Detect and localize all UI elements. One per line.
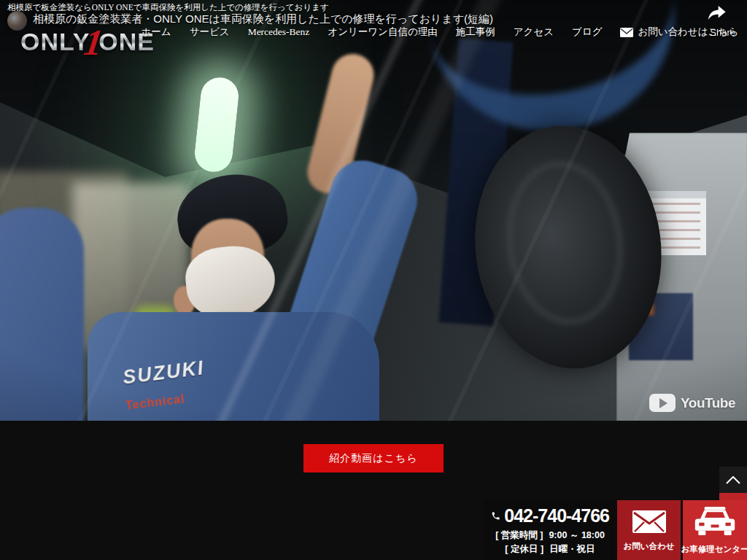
youtube-wordmark: YouTube (681, 395, 735, 411)
phone-number: 042-740-4766 (504, 505, 609, 526)
nav-item-access[interactable]: アクセス (514, 26, 554, 39)
car-icon (694, 507, 736, 536)
intro-video-button[interactable]: 紹介動画はこちら (303, 444, 444, 472)
youtube-play-icon (649, 394, 676, 412)
floating-contact-bar: 042-740-4766 [ 営業時間 ] 9:00 ～ 18:00 [ 定休日… (484, 500, 747, 560)
closed-value: 日曜・祝日 (549, 543, 595, 556)
nav-item-blog[interactable]: ブログ (572, 26, 602, 39)
hours-value: 9:00 ～ 18:00 (549, 529, 604, 542)
page: { "colors": { "accent_red": "#d60b0b", "… (0, 0, 747, 560)
envelope-icon (620, 28, 633, 37)
logo-text-only: ONLY (20, 29, 90, 54)
contact-mail-button[interactable]: お問い合わせ (617, 500, 681, 560)
scroll-to-top-button[interactable] (719, 467, 747, 493)
nav-item-home[interactable]: ホーム (142, 26, 171, 39)
scroll-top-accent (719, 493, 747, 500)
nav-item-works[interactable]: 施工事例 (456, 26, 495, 39)
youtube-watermark[interactable]: YouTube (649, 394, 735, 412)
nav-item-mercedes-benz[interactable]: Mercedes-Benz (248, 26, 310, 38)
chevron-up-icon (726, 476, 740, 484)
share-arrow-icon[interactable] (707, 5, 727, 21)
vignette-overlay (0, 0, 747, 421)
nav-item-contact[interactable]: お問い合わせはこちら (620, 26, 738, 39)
nav-item-service[interactable]: サービス (190, 26, 230, 39)
phone-icon (491, 510, 500, 522)
site-logo[interactable]: ONLY1ONE (20, 25, 155, 54)
nav-item-contact-label: お問い合わせはこちら (638, 26, 738, 39)
repair-center-button[interactable]: お車修理センター (683, 500, 747, 560)
mail-icon (632, 510, 666, 533)
repair-center-label: お車修理センター (681, 544, 747, 555)
phone-panel[interactable]: 042-740-4766 [ 営業時間 ] 9:00 ～ 18:00 [ 定休日… (484, 500, 615, 560)
closed-label: [ 定休日 ] (505, 543, 543, 556)
hero-video[interactable]: SUZUKI Technical 相模原の鈑金塗装業者・ONLY ONEは車両保… (0, 0, 747, 421)
nav-item-reasons[interactable]: オンリーワン自信の理由 (328, 26, 437, 39)
hours-label: [ 営業時間 ] (495, 529, 543, 542)
contact-mail-label: お問い合わせ (623, 541, 674, 552)
